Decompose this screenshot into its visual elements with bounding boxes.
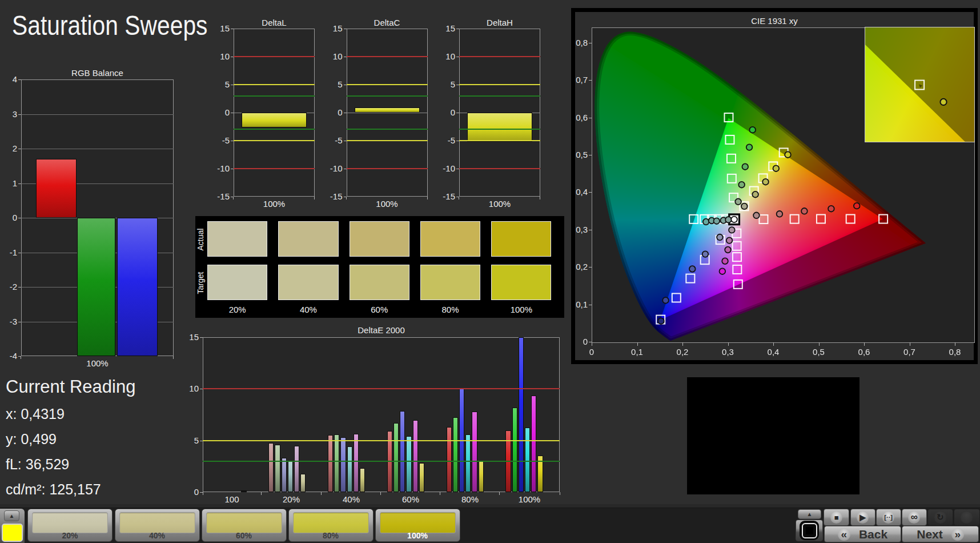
swatch-actual-100% xyxy=(491,221,551,257)
current-reading-y: y: 0,499 xyxy=(6,431,135,448)
rgb-gridline xyxy=(21,114,174,115)
slot-swatch-80% xyxy=(293,512,369,533)
rgb-bar-red xyxy=(36,159,77,218)
sample-expand-button[interactable]: ▲ xyxy=(4,510,19,521)
transport-stop-button[interactable]: ■ xyxy=(824,509,849,526)
deltaE-x-tick xyxy=(380,492,381,495)
swatch-target-60% xyxy=(350,265,409,300)
deltaC-ref-line xyxy=(347,56,428,57)
transport-play-button[interactable]: ▶ xyxy=(850,509,875,526)
deltaH-ref-line xyxy=(459,129,540,130)
swatch-row-label: Target xyxy=(196,270,205,296)
back-button[interactable]: « Back xyxy=(824,526,901,542)
deltaE-bar-80%-0 xyxy=(447,427,452,492)
cie-x-tick xyxy=(955,342,955,346)
deltaE-bar-40%-3 xyxy=(347,446,352,492)
deltaC-tick-label: 15 xyxy=(321,24,343,33)
cie-1931-panel-inner: CIE 1931 xy 00,10,20,30,40,50,60,70,800,… xyxy=(575,12,974,360)
play-icon: ▶ xyxy=(857,512,869,524)
transport-infinity-button[interactable]: ∞ xyxy=(902,509,927,526)
cie-x-tick xyxy=(864,342,865,346)
cie-x-tick-label: 0,3 xyxy=(714,348,742,356)
swatch-target-100% xyxy=(491,265,551,300)
deltaE-ref-line xyxy=(203,440,560,441)
pattern-window-icon-ring xyxy=(802,523,817,538)
deltaE-bar-80%-1 xyxy=(453,417,458,492)
bottom-toolbar: ▲ 20%40%60%80%100% ▲ ■▶[··]∞↻ « Back Nex… xyxy=(0,508,980,543)
stop-icon: ■ xyxy=(830,512,842,524)
cie-y-tick xyxy=(589,118,592,118)
deltaE-x-tick xyxy=(560,492,560,495)
pattern-window-button[interactable] xyxy=(796,520,823,541)
deltaL-title: DeltaL xyxy=(234,18,315,27)
deltaE-bar-60%-2 xyxy=(400,411,405,492)
transport-bracket-button[interactable]: [··] xyxy=(876,509,901,526)
deltaC-ref-line xyxy=(347,95,428,97)
slot-button-100%[interactable]: 100% xyxy=(375,509,460,542)
deltaE-bar-100%-1 xyxy=(512,408,517,492)
deltaE-tick-label: 0 xyxy=(177,488,199,496)
rgb-tick xyxy=(18,287,21,288)
deltaL-ref-line xyxy=(234,84,315,85)
deltaL-tick-label: 15 xyxy=(208,24,230,33)
slot-button-40%[interactable]: 40% xyxy=(115,509,200,542)
rgb-tick xyxy=(18,218,21,218)
current-reading-heading: Current Reading xyxy=(6,377,135,397)
cie-y-tick-label: 0,3 xyxy=(568,225,588,234)
rgb-bar-green xyxy=(77,218,116,356)
video-preview-window xyxy=(687,377,859,494)
deltaE-bar-20%-0 xyxy=(268,443,274,492)
deltaH-tick-label: 15 xyxy=(433,24,455,33)
cie-x-tick xyxy=(910,342,910,346)
deltaH-tick-label: 5 xyxy=(433,80,455,89)
current-reading-x: x: 0,4319 xyxy=(6,406,135,422)
slot-button-80%[interactable]: 80% xyxy=(288,509,373,542)
deltaC-tick-label: -5 xyxy=(321,136,343,145)
pattern-window-icon-core xyxy=(806,527,813,534)
deltaE-x-label: 100 xyxy=(209,494,255,504)
deltaC-ref-line xyxy=(347,140,428,141)
current-reading-fl: fL: 36,529 xyxy=(6,456,135,473)
deltaH-x-tick xyxy=(459,197,459,199)
cie-x-tick-label: 0,2 xyxy=(668,348,697,356)
rgb-bar-blue xyxy=(117,218,158,356)
rgb-tick xyxy=(18,183,21,184)
actual-target-swatch-panel: ActualTarget20%40%60%80%100% xyxy=(195,216,564,318)
deltaE-bar-20%-5 xyxy=(300,474,306,493)
cie-x-tick xyxy=(773,342,774,346)
pattern-expand-button[interactable]: ▲ xyxy=(798,509,821,519)
deltaC-bar xyxy=(355,107,420,113)
deltaC-ref-line xyxy=(347,168,428,169)
deltaE-bar-80%-3 xyxy=(465,434,471,492)
next-button[interactable]: Next » xyxy=(902,526,979,542)
cie-zoom-inset xyxy=(865,27,975,142)
cie-y-tick xyxy=(589,342,592,342)
cie-y-tick-label: 0,2 xyxy=(568,262,588,271)
swatch-actual-60% xyxy=(350,221,409,257)
deltaC-x-tick xyxy=(346,197,347,199)
deltaE-bar-100%-2 xyxy=(519,337,524,492)
deltaE-bar-40%-5 xyxy=(360,468,365,492)
deltaH-tick-label: 10 xyxy=(433,52,455,61)
deltaL-tick-label: 5 xyxy=(208,80,230,89)
rgb-tick-label: 3 xyxy=(0,110,17,118)
deltaH-tick xyxy=(456,29,459,29)
deltaH-x-label: 100% xyxy=(459,199,540,209)
deltaC-tick-label: -10 xyxy=(321,164,343,173)
rgb-tick-label: 0 xyxy=(0,213,17,222)
deltaE-x-label: 100% xyxy=(507,494,552,504)
swatch-actual-80% xyxy=(420,221,480,257)
back-chevrons-icon: « xyxy=(838,528,850,541)
swatch-row-label: Actual xyxy=(196,226,205,253)
deltaE-bar-60%-1 xyxy=(393,423,399,492)
deltaE-bar-100-5 xyxy=(241,490,246,492)
deltaH-ref-line xyxy=(459,84,540,85)
slot-button-20%[interactable]: 20% xyxy=(27,509,113,542)
deltaE-bar-20%-2 xyxy=(282,458,287,492)
cie-x-tick-label: 0,7 xyxy=(895,348,924,356)
slot-button-60%[interactable]: 60% xyxy=(202,509,287,542)
swatch-target-20% xyxy=(207,265,267,300)
cie-y-tick xyxy=(589,155,592,155)
deltaL-tick xyxy=(231,29,234,29)
swatch-col-label: 80% xyxy=(420,305,480,314)
